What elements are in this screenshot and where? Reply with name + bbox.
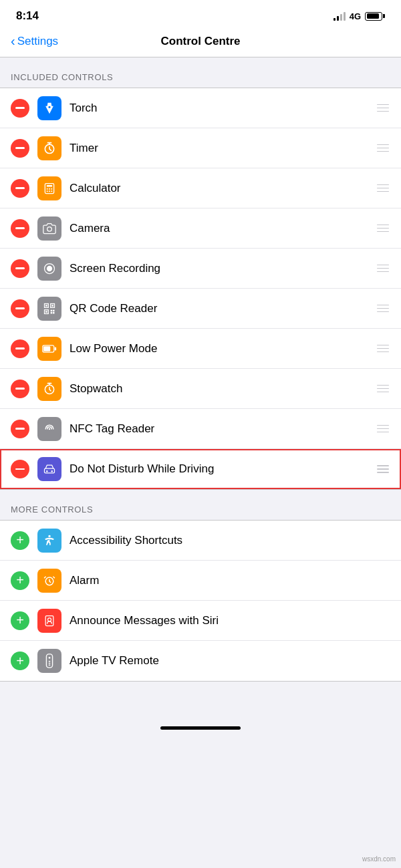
svg-rect-32: [45, 615, 53, 625]
qr-code-reader-icon: [37, 297, 61, 321]
nav-bar: ‹ Settings Control Centre: [0, 28, 401, 57]
included-controls-header: INCLUDED CONTROLS: [0, 57, 401, 88]
remove-low-power-button[interactable]: [11, 339, 29, 358]
accessibility-shortcuts-label: Accessibility Shortcuts: [70, 534, 390, 547]
svg-rect-23: [43, 346, 50, 351]
add-accessibility-shortcuts-button[interactable]: [11, 531, 29, 550]
back-button[interactable]: ‹ Settings: [11, 33, 58, 49]
remove-calculator-button[interactable]: [11, 179, 29, 198]
list-item: Apple TV Remote: [0, 641, 401, 681]
svg-point-9: [47, 227, 52, 231]
apple-tv-remote-icon: [37, 649, 61, 673]
remove-screen-recording-button[interactable]: [11, 259, 29, 278]
calculator-label: Calculator: [70, 182, 376, 195]
low-power-mode-icon: [37, 337, 61, 361]
torch-icon: [37, 96, 61, 120]
svg-rect-36: [49, 661, 51, 662]
timer-icon: [37, 136, 61, 160]
camera-drag-handle[interactable]: [376, 222, 390, 235]
dnd-driving-icon: [37, 457, 61, 481]
svg-point-11: [47, 265, 52, 271]
page-title: Control Centre: [161, 35, 241, 48]
calculator-icon: [37, 176, 61, 200]
more-controls-header: MORE CONTROLS: [0, 490, 401, 520]
svg-point-8: [51, 190, 52, 192]
svg-rect-15: [51, 305, 53, 307]
svg-point-35: [49, 657, 51, 659]
list-item: Calculator: [0, 168, 401, 208]
accessibility-shortcuts-icon: [37, 529, 61, 553]
list-item: Accessibility Shortcuts: [0, 521, 401, 561]
battery-icon: [365, 12, 385, 21]
announce-messages-siri-label: Announce Messages with Siri: [70, 614, 390, 627]
included-controls-list: Torch Timer Calculator Camera Screen: [0, 88, 401, 490]
svg-point-29: [51, 470, 53, 472]
remove-qr-button[interactable]: [11, 299, 29, 318]
calculator-drag-handle[interactable]: [376, 182, 390, 195]
svg-point-4: [49, 188, 50, 189]
screen-recording-drag-handle[interactable]: [376, 262, 390, 275]
svg-point-7: [49, 190, 50, 192]
svg-point-5: [51, 188, 52, 189]
alarm-label: Alarm: [70, 574, 390, 587]
list-item: Low Power Mode: [0, 329, 401, 369]
camera-label: Camera: [70, 222, 376, 235]
back-label: Settings: [17, 35, 58, 48]
list-item: Torch: [0, 88, 401, 128]
dnd-driving-drag-handle[interactable]: [376, 462, 390, 476]
timer-label: Timer: [70, 142, 376, 155]
signal-bars-icon: [333, 11, 346, 21]
svg-rect-21: [53, 312, 55, 314]
add-announce-messages-button[interactable]: [11, 611, 29, 630]
svg-point-28: [46, 470, 48, 472]
qr-code-reader-label: QR Code Reader: [70, 302, 376, 315]
announce-messages-siri-icon: [37, 609, 61, 633]
low-power-mode-label: Low Power Mode: [70, 342, 376, 355]
status-icons: 4G: [333, 11, 385, 21]
dnd-driving-label: Do Not Disturb While Driving: [70, 462, 376, 476]
status-bar: 8:14 4G: [0, 0, 401, 28]
remove-torch-button[interactable]: [11, 99, 29, 118]
remove-stopwatch-button[interactable]: [11, 380, 29, 398]
nfc-tag-reader-icon: [37, 417, 61, 441]
list-item: Camera: [0, 208, 401, 249]
home-indicator: [160, 726, 241, 730]
svg-rect-19: [53, 309, 55, 311]
torch-label: Torch: [70, 102, 376, 115]
remove-nfc-button[interactable]: [11, 420, 29, 438]
torch-drag-handle[interactable]: [376, 102, 390, 115]
svg-rect-24: [55, 347, 57, 350]
svg-rect-17: [45, 311, 47, 313]
watermark: wsxdn.com: [362, 855, 396, 863]
remove-dnd-driving-button[interactable]: [11, 460, 29, 478]
list-item: NFC Tag Reader: [0, 409, 401, 449]
more-controls-list: Accessibility Shortcuts Alarm Announce M…: [0, 520, 401, 682]
low-power-drag-handle[interactable]: [376, 342, 390, 355]
nfc-tag-reader-label: NFC Tag Reader: [70, 422, 376, 436]
list-item: Announce Messages with Siri: [0, 601, 401, 641]
list-item-do-not-disturb: Do Not Disturb While Driving: [0, 449, 401, 489]
status-time: 8:14: [16, 9, 39, 23]
stopwatch-drag-handle[interactable]: [376, 382, 390, 396]
qr-drag-handle[interactable]: [376, 302, 390, 315]
list-item: QR Code Reader: [0, 289, 401, 329]
nfc-drag-handle[interactable]: [376, 422, 390, 436]
alarm-icon: [37, 569, 61, 593]
remove-camera-button[interactable]: [11, 219, 29, 238]
screen-recording-icon: [37, 257, 61, 281]
list-item: Stopwatch: [0, 369, 401, 409]
svg-rect-13: [45, 305, 47, 307]
apple-tv-remote-label: Apple TV Remote: [70, 654, 390, 668]
add-alarm-button[interactable]: [11, 571, 29, 590]
svg-rect-20: [51, 312, 53, 314]
add-apple-tv-remote-button[interactable]: [11, 652, 29, 670]
svg-rect-38: [49, 665, 51, 666]
remove-timer-button[interactable]: [11, 139, 29, 158]
svg-rect-37: [49, 663, 51, 664]
list-item: Alarm: [0, 561, 401, 601]
screen-recording-label: Screen Recording: [70, 262, 376, 275]
timer-drag-handle[interactable]: [376, 142, 390, 155]
svg-rect-18: [51, 309, 53, 311]
svg-point-6: [47, 190, 48, 192]
stopwatch-label: Stopwatch: [70, 382, 376, 396]
